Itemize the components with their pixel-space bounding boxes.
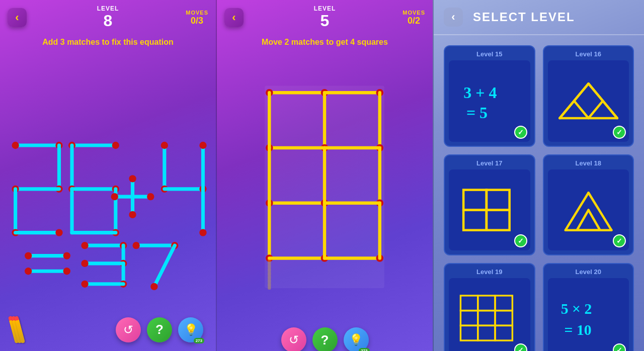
hint-icon-2: 💡: [349, 333, 363, 346]
level-18-check: ✓: [613, 234, 626, 247]
level-18-svg: [554, 176, 623, 244]
svg-point-38: [63, 252, 70, 259]
panel1-question-button[interactable]: ?: [147, 317, 172, 342]
hint-badge-2: 273: [359, 348, 369, 351]
svg-line-104: [565, 193, 588, 230]
level-card-20[interactable]: Level 20 5 × 2 = 10 ✓: [543, 263, 634, 351]
svg-rect-102: [463, 210, 487, 230]
panel1-back-button[interactable]: ‹: [8, 8, 27, 27]
back-arrow-icon: ‹: [15, 12, 19, 23]
panel1-refresh-button[interactable]: ↺: [116, 317, 141, 342]
panel2-moves-info: MOVES 0/2: [403, 10, 425, 26]
panel1-match-area[interactable]: [0, 54, 216, 308]
panel1-instruction: Add 3 matches to fix this equation: [32, 35, 183, 49]
panel2-header: ‹ LEVEL 5 MOVES 0/2: [217, 0, 433, 35]
svg-point-10: [55, 229, 62, 236]
level-card-15[interactable]: Level 15 3 + 4 = 5 ✓: [444, 45, 535, 147]
question-icon: ?: [155, 322, 164, 337]
select-level-panel: ‹ SELECT LEVEL Level 15 3 + 4 = 5 ✓ Leve…: [433, 0, 644, 351]
svg-rect-118: [495, 325, 512, 340]
svg-line-98: [603, 101, 617, 118]
svg-line-108: [588, 210, 600, 230]
level-15-check: ✓: [514, 126, 527, 139]
svg-point-40: [25, 268, 32, 275]
level-17-svg: [455, 176, 524, 244]
level-15-image: 3 + 4 = 5 ✓: [449, 60, 530, 142]
svg-text:5 × 2: 5 × 2: [560, 301, 592, 317]
select-level-header: ‹ SELECT LEVEL: [434, 0, 644, 35]
panel2-level-number: 5: [314, 12, 336, 30]
svg-line-99: [588, 101, 603, 118]
svg-line-105: [588, 193, 611, 230]
level-card-19[interactable]: Level 19 ✓: [444, 263, 535, 351]
svg-line-96: [574, 83, 589, 101]
back-arrow-icon-2: ‹: [232, 12, 235, 23]
back-arrow-icon-3: ‹: [451, 11, 455, 24]
level-20-svg: 5 × 2 = 10: [554, 284, 623, 351]
svg-point-34: [199, 142, 206, 149]
svg-point-29: [161, 142, 168, 149]
panel2-action-buttons: ↺ ? 💡 273: [281, 327, 369, 351]
level-19-title: Level 19: [476, 268, 502, 276]
panel2-back-button[interactable]: ‹: [224, 8, 244, 27]
panel2-hint-button[interactable]: 💡 273: [344, 327, 369, 351]
question-icon-2: ?: [321, 332, 329, 348]
svg-point-23: [129, 175, 136, 182]
svg-point-37: [25, 252, 32, 259]
svg-point-35: [199, 229, 206, 236]
level-card-16[interactable]: Level 16 ✓: [543, 45, 634, 147]
svg-text:= 5: = 5: [466, 104, 488, 122]
level-card-18[interactable]: Level 18 ✓: [543, 154, 634, 256]
level-16-check: ✓: [613, 126, 626, 139]
panel2-level-label: LEVEL: [314, 5, 336, 12]
svg-rect-110: [461, 296, 478, 311]
level-15-title: Level 15: [476, 50, 502, 58]
panel2-level-info: LEVEL 5: [314, 5, 336, 30]
svg-line-95: [574, 101, 589, 118]
svg-point-54: [133, 242, 140, 249]
refresh-icon: ↺: [123, 323, 133, 337]
svg-rect-116: [461, 325, 478, 340]
level-20-image: 5 × 2 = 10 ✓: [548, 278, 629, 351]
svg-point-52: [81, 281, 88, 288]
panel1-hint-button[interactable]: 💡 273: [178, 317, 203, 342]
svg-rect-112: [495, 296, 512, 311]
level-grid: Level 15 3 + 4 = 5 ✓ Level 16: [434, 35, 644, 351]
level-18-title: Level 18: [576, 159, 601, 167]
panel-level-8: ‹ LEVEL 8 MOVES 0/3 Add 3 matches to fix…: [0, 0, 216, 351]
svg-rect-103: [487, 210, 510, 230]
svg-point-48: [81, 260, 88, 267]
svg-rect-113: [461, 311, 478, 326]
svg-line-97: [588, 83, 603, 101]
svg-point-26: [111, 193, 118, 200]
level-19-svg: [455, 284, 524, 351]
level-19-image: ✓: [449, 278, 530, 351]
level-20-title: Level 20: [576, 268, 601, 276]
level-16-svg: [554, 66, 623, 135]
svg-point-41: [63, 268, 70, 275]
level-card-17[interactable]: Level 17 ✓: [444, 154, 535, 256]
panel1-header: ‹ LEVEL 8 MOVES 0/3: [0, 0, 216, 35]
svg-rect-115: [495, 311, 512, 326]
panel1-moves-label: MOVES: [186, 10, 208, 16]
panel2-refresh-button[interactable]: ↺: [281, 327, 306, 351]
panel1-equation-svg: [0, 54, 216, 308]
match-stack: [13, 316, 22, 343]
panel1-moves-info: MOVES 0/3: [186, 10, 208, 26]
panel2-question-button[interactable]: ?: [312, 327, 338, 351]
svg-point-13: [112, 142, 119, 149]
svg-point-43: [81, 242, 88, 249]
svg-rect-101: [487, 190, 510, 210]
panel2-match-area[interactable]: [217, 54, 433, 320]
panel2-instruction: Move 2 matches to get 4 squares: [252, 35, 398, 49]
select-level-back-button[interactable]: ‹: [444, 8, 463, 27]
svg-point-27: [147, 193, 154, 200]
level-16-title: Level 16: [576, 50, 601, 58]
panel1-action-buttons: ↺ ? 💡 273: [116, 317, 203, 342]
svg-line-94: [559, 101, 574, 118]
panel2-bottom-bar: ↺ ? 💡 273: [217, 320, 433, 351]
svg-point-1: [12, 142, 19, 149]
panel2-moves-count: 0/2: [403, 16, 425, 26]
hint-icon: 💡: [184, 323, 198, 336]
svg-line-107: [577, 210, 588, 230]
